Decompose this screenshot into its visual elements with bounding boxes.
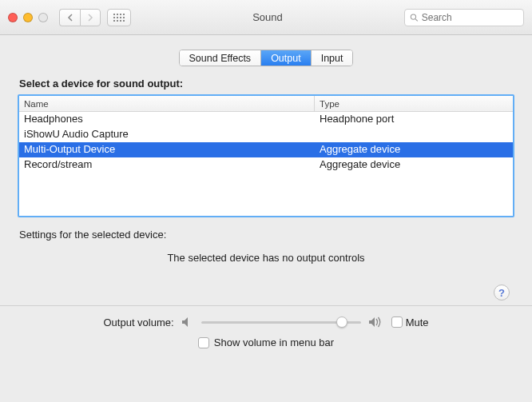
titlebar: Sound — [0, 0, 532, 35]
slider-thumb[interactable] — [336, 316, 347, 328]
volume-row: Output volume: Mute — [103, 316, 428, 328]
device-type: Aggregate device — [315, 142, 513, 157]
segmented-control: Sound Effects Output Input — [179, 50, 354, 66]
speaker-low-icon — [181, 316, 195, 328]
device-type — [315, 127, 513, 142]
device-name: Record/stream — [19, 157, 315, 173]
window-controls — [8, 13, 48, 22]
chevron-left-icon — [67, 14, 73, 22]
tab-input[interactable]: Input — [312, 50, 353, 66]
no-controls-message: The selected device has no output contro… — [18, 252, 514, 264]
checkbox-icon — [391, 316, 403, 328]
device-table: Name Type Headphones Headphone port iSho… — [18, 94, 514, 217]
mute-checkbox[interactable]: Mute — [391, 316, 429, 328]
help-row: ? — [18, 285, 514, 301]
column-header-name[interactable]: Name — [19, 96, 315, 111]
table-body: Headphones Headphone port iShowU Audio C… — [19, 112, 513, 216]
tab-sound-effects[interactable]: Sound Effects — [180, 50, 262, 66]
volume-slider[interactable] — [201, 316, 361, 328]
minimize-icon[interactable] — [23, 13, 33, 22]
device-name: Multi-Output Device — [19, 142, 315, 157]
show-all-button[interactable] — [107, 9, 131, 26]
device-type: Headphone port — [315, 112, 513, 127]
tab-output[interactable]: Output — [261, 50, 312, 66]
mute-label: Mute — [406, 316, 429, 328]
table-header: Name Type — [19, 96, 513, 112]
speaker-high-icon — [367, 316, 385, 328]
show-volume-label: Show volume in menu bar — [214, 336, 334, 348]
zoom-icon[interactable] — [38, 13, 48, 22]
volume-label: Output volume: — [103, 316, 173, 328]
show-volume-checkbox[interactable]: Show volume in menu bar — [198, 336, 334, 348]
forward-button[interactable] — [80, 9, 101, 26]
tabs: Sound Effects Output Input — [18, 50, 514, 66]
table-row[interactable]: Headphones Headphone port — [19, 112, 513, 127]
back-button[interactable] — [59, 9, 80, 26]
footer: Output volume: Mute Show volume in menu … — [0, 306, 532, 360]
svg-line-1 — [415, 18, 418, 21]
device-type: Aggregate device — [315, 157, 513, 173]
device-name: iShowU Audio Capture — [19, 127, 315, 142]
window-title: Sound — [137, 11, 398, 23]
content: Sound Effects Output Input Select a devi… — [0, 35, 532, 306]
svg-point-0 — [411, 14, 415, 18]
device-name: Headphones — [19, 112, 315, 127]
search-icon — [410, 13, 419, 22]
close-icon[interactable] — [8, 13, 18, 22]
checkbox-icon — [198, 337, 209, 348]
table-row[interactable]: Multi-Output Device Aggregate device — [19, 142, 513, 157]
table-row[interactable]: iShowU Audio Capture — [19, 127, 513, 142]
grid-icon — [113, 14, 125, 22]
section-label: Select a device for sound output: — [18, 78, 514, 90]
settings-label: Settings for the selected device: — [19, 229, 514, 241]
search-input[interactable] — [422, 12, 518, 23]
chevron-right-icon — [87, 14, 93, 22]
column-header-type[interactable]: Type — [315, 96, 513, 111]
nav-back-forward — [59, 9, 101, 26]
search-field[interactable] — [404, 9, 524, 26]
help-button[interactable]: ? — [494, 285, 510, 301]
table-row[interactable]: Record/stream Aggregate device — [19, 157, 513, 173]
